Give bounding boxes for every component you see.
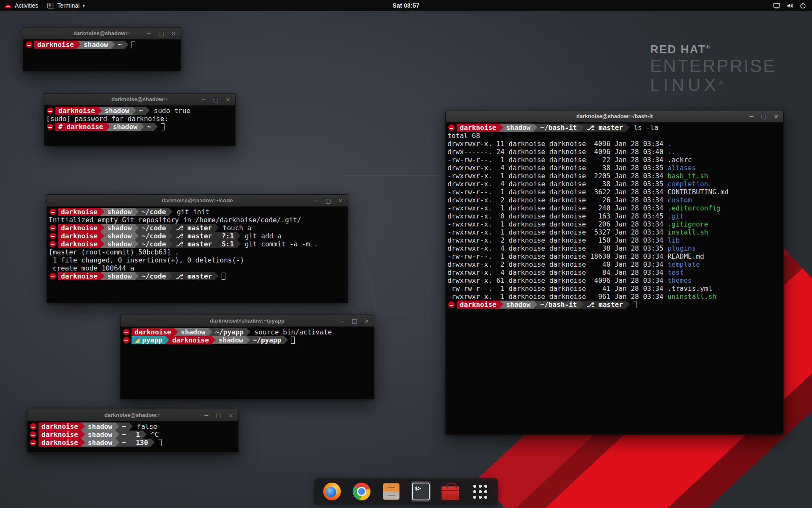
prompt-segment: pyapp bbox=[132, 336, 165, 344]
powerline-arrow bbox=[151, 439, 155, 447]
terminal-line: create mode 100644 a bbox=[49, 264, 346, 272]
terminal-text: sudo true bbox=[150, 107, 190, 115]
prompt-segment: shadow bbox=[104, 272, 135, 280]
window-title: darknoise@shadow:~/pyapp bbox=[210, 318, 284, 324]
prompt-segment: ~ bbox=[136, 107, 146, 115]
window-titlebar[interactable]: darknoise@shadow:~−□× bbox=[27, 409, 238, 421]
terminal-window-1[interactable]: darknoise@shadow:~−□×darknoiseshadow~ bbox=[23, 27, 181, 71]
terminal-text: drwxrwxr-x. 4 darknoise darknoise 38 Jan… bbox=[447, 244, 667, 252]
terminal-launcher[interactable]: $> bbox=[411, 481, 431, 502]
terminal-content[interactable]: darknoiseshadow~ sudo true[sudo] passwor… bbox=[44, 105, 235, 132]
prompt-segment: darknoise bbox=[38, 431, 81, 439]
files-icon bbox=[383, 483, 400, 500]
toolbox-icon bbox=[442, 486, 459, 500]
terminal-line: darknoiseshadow~ sudo true bbox=[46, 107, 233, 115]
powerline-arrow bbox=[135, 232, 139, 240]
activities-button[interactable]: Activities bbox=[0, 0, 42, 11]
powerline-arrow bbox=[115, 422, 119, 431]
terminal-text: [master (root-commit) 50bcb63] . bbox=[49, 248, 179, 256]
maximize-button[interactable]: □ bbox=[213, 97, 219, 102]
terminal-content[interactable]: darknoiseshadow~ bbox=[23, 39, 181, 50]
chrome-launcher[interactable] bbox=[351, 481, 372, 502]
display-icon[interactable] bbox=[773, 3, 780, 9]
powerline-arrow bbox=[215, 232, 219, 240]
terminal-text: drwxrwxr-x. 2 darknoise darknoise 40 Jan… bbox=[447, 260, 667, 268]
powerline-arrow bbox=[284, 336, 288, 344]
terminal-window-6[interactable]: darknoise@shadow:~/bash-it−□×darknoisesh… bbox=[445, 110, 784, 435]
segment-text: ~/code bbox=[142, 240, 166, 248]
terminal-line: -rw-rw-r--. 1 darknoise darknoise 18630 … bbox=[447, 252, 782, 260]
terminal-line: darknoiseshadow~/code⎇ master touch a bbox=[49, 224, 346, 232]
close-button[interactable]: × bbox=[773, 113, 779, 119]
terminal-line: darknoiseshadow~/bash-it⎇ master bbox=[447, 301, 782, 309]
terminal-content[interactable]: darknoiseshadow~/code git initInitialize… bbox=[47, 207, 348, 282]
prompt-segment: shadow bbox=[503, 301, 534, 309]
terminal-line: # darknoiseshadow~ bbox=[46, 123, 233, 131]
maximize-button[interactable]: □ bbox=[351, 318, 357, 324]
terminal-content[interactable]: darknoiseshadow~/bash-it⎇ master ls -lat… bbox=[446, 122, 783, 310]
close-button[interactable]: × bbox=[170, 30, 176, 36]
segment-text: darknoise bbox=[41, 431, 78, 439]
redhat-prompt-icon bbox=[30, 423, 36, 430]
powerline-arrow bbox=[115, 431, 119, 439]
terminal-app-icon bbox=[47, 3, 54, 8]
terminal-content[interactable]: darknoiseshadow~ falsedarknoiseshadow~1 … bbox=[27, 421, 238, 448]
terminal-window-3[interactable]: darknoise@shadow:~/code−□×darknoiseshado… bbox=[47, 194, 348, 303]
terminal-line: drwxrwxr-x. 8 darknoise darknoise 163 Ja… bbox=[447, 212, 782, 220]
redhat-prompt-icon bbox=[47, 124, 53, 130]
terminal-cursor bbox=[633, 301, 636, 308]
maximize-button[interactable]: □ bbox=[761, 113, 767, 119]
prompt-segment: ~/code bbox=[139, 224, 169, 232]
window-titlebar[interactable]: darknoise@shadow:~/pyapp−□× bbox=[121, 315, 374, 327]
volume-icon[interactable] bbox=[787, 3, 793, 9]
close-button[interactable]: × bbox=[337, 198, 343, 204]
minimize-button[interactable]: − bbox=[203, 412, 209, 418]
powerline-arrow bbox=[534, 301, 538, 309]
window-titlebar[interactable]: darknoise@shadow:~/bash-it−□× bbox=[446, 110, 783, 122]
clock[interactable]: Sat 03:57 bbox=[392, 2, 419, 9]
prompt-segment: ~ bbox=[144, 123, 154, 131]
firefox-launcher[interactable] bbox=[322, 481, 342, 502]
prompt-segment: ~/bash-it bbox=[538, 301, 580, 309]
powerline-arrow bbox=[115, 439, 119, 447]
segment-text: ⎇ master bbox=[176, 240, 212, 248]
app-menu-terminal[interactable]: Terminal ▾ bbox=[42, 0, 90, 11]
prompt-segment: ~/bash-it bbox=[538, 124, 580, 132]
app-grid-launcher[interactable] bbox=[470, 481, 490, 502]
terminal-content[interactable]: darknoiseshadow~/pyapp source bin/activa… bbox=[121, 327, 374, 345]
terminal-text: .travis.yml bbox=[667, 284, 712, 293]
maximize-button[interactable]: □ bbox=[216, 412, 222, 418]
close-button[interactable]: × bbox=[364, 318, 370, 324]
terminal-window-4[interactable]: darknoise@shadow:~/pyapp−□×darknoiseshad… bbox=[120, 315, 374, 399]
close-button[interactable]: × bbox=[228, 412, 234, 418]
power-icon[interactable] bbox=[800, 3, 806, 9]
maximize-button[interactable]: □ bbox=[325, 198, 331, 204]
minimize-button[interactable]: − bbox=[313, 198, 319, 204]
segment-text: darknoise bbox=[460, 124, 497, 132]
window-title: darknoise@shadow:~ bbox=[111, 96, 168, 102]
desktop: RED HAT® ENTERPRISE LINUX® Activities Te… bbox=[0, 0, 812, 508]
minimize-button[interactable]: − bbox=[200, 97, 206, 102]
terminal-text: source bin/activate bbox=[250, 328, 332, 336]
powerline-arrow bbox=[140, 123, 144, 131]
window-titlebar[interactable]: darknoise@shadow:~−□× bbox=[23, 28, 181, 39]
prompt-segment: darknoise bbox=[55, 107, 98, 115]
segment-text: ~ bbox=[122, 431, 126, 439]
segment-text: ⎇ master bbox=[176, 272, 212, 280]
minimize-button[interactable]: − bbox=[146, 30, 152, 36]
minimize-button[interactable]: − bbox=[749, 113, 754, 119]
maximize-button[interactable]: □ bbox=[158, 30, 164, 36]
powerline-arrow bbox=[165, 336, 169, 344]
window-titlebar[interactable]: darknoise@shadow:~/code−□× bbox=[47, 195, 348, 207]
segment-text: shadow bbox=[181, 328, 206, 336]
terminal-window-5[interactable]: darknoise@shadow:~−□×darknoiseshadow~ fa… bbox=[27, 409, 239, 453]
terminal-text: git add a bbox=[241, 232, 281, 240]
files-launcher[interactable] bbox=[381, 481, 401, 502]
toolbox-launcher[interactable] bbox=[440, 481, 461, 502]
terminal-window-2[interactable]: darknoise@shadow:~−□×darknoiseshadow~ su… bbox=[44, 93, 236, 146]
terminal-line: drwxrwxr-x. 11 darknoise darknoise 4096 … bbox=[447, 140, 782, 148]
close-button[interactable]: × bbox=[225, 97, 231, 102]
window-titlebar[interactable]: darknoise@shadow:~−□× bbox=[44, 94, 235, 105]
segment-text: ⎇ master bbox=[176, 232, 212, 240]
minimize-button[interactable]: − bbox=[339, 318, 345, 324]
